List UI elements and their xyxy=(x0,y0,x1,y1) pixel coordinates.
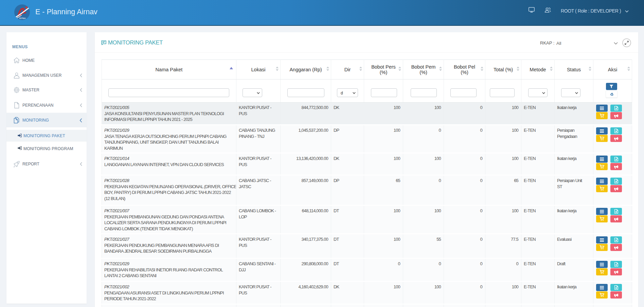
svg-text:AirNav: AirNav xyxy=(19,17,26,19)
